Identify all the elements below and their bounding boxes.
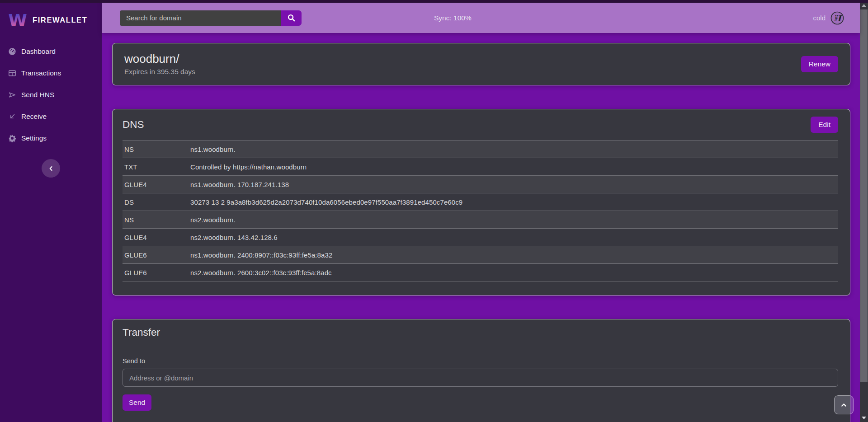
domain-search (120, 10, 302, 26)
topbar: Sync: 100% cold H (102, 0, 860, 33)
domain-expiry: Expires in 395.35 days (124, 68, 195, 76)
wallet-name: cold (813, 14, 826, 22)
sidebar-collapse-button[interactable] (42, 159, 60, 178)
dns-record-value: ns2.woodburn. 2600:3c02::f03c:93ff:fe5a:… (189, 264, 838, 281)
chevron-left-icon (47, 165, 55, 172)
dns-record-row: TXTControlled by https://nathan.woodburn (123, 158, 838, 176)
dns-record-type: NS (123, 211, 189, 229)
sidebar-item-send-hns[interactable]: Send HNS (0, 84, 102, 106)
app-title: FIREWALLET (33, 16, 87, 24)
main-area: Sync: 100% cold H woodburn/ Expires in 3… (102, 0, 860, 422)
dns-record-value: 30273 13 2 9a3a8fb3d625d2a2073d740f10da6… (189, 193, 838, 211)
app-logo[interactable]: W FIREWALLET (0, 5, 102, 33)
handshake-logo-icon: H (830, 11, 844, 25)
dns-record-value: ns1.woodburn. (189, 141, 838, 158)
dns-record-row: GLUE6ns2.woodburn. 2600:3c02::f03c:93ff:… (123, 264, 838, 281)
scroll-to-top-button[interactable] (834, 395, 854, 414)
dns-card-header: DNS Edit (123, 117, 838, 133)
page-content: woodburn/ Expires in 395.35 days Renew D… (102, 33, 860, 422)
settings-icon (8, 134, 16, 142)
sidebar-item-receive[interactable]: Receive (0, 106, 102, 127)
search-input[interactable] (120, 10, 281, 26)
chevron-up-icon (840, 401, 848, 409)
dns-record-type: GLUE6 (123, 246, 189, 264)
firewallet-logo-icon: W (8, 9, 27, 31)
dns-record-type: GLUE4 (123, 176, 189, 193)
dns-record-value: ns1.woodburn. 170.187.241.138 (189, 176, 838, 193)
dns-table-body: NSns1.woodburn.TXTControlled by https://… (123, 141, 838, 281)
send-icon (8, 91, 16, 99)
sidebar: W FIREWALLET Dashboard (0, 0, 102, 422)
dns-record-type: DS (123, 193, 189, 211)
dns-card: DNS Edit NSns1.woodburn.TXTControlled by… (112, 109, 850, 295)
send-to-label: Send to (123, 357, 838, 365)
sidebar-item-label: Receive (21, 113, 47, 121)
dns-record-value: ns2.woodburn. (189, 211, 838, 229)
domain-card-text: woodburn/ Expires in 395.35 days (124, 52, 195, 76)
scrollbar-up-button[interactable] (860, 2, 868, 9)
scrollbar-thumb[interactable] (860, 9, 868, 382)
dns-record-type: GLUE4 (123, 229, 189, 246)
receive-icon (8, 113, 16, 121)
window-top-edge (0, 0, 868, 3)
dns-record-row: GLUE4ns2.woodburn. 143.42.128.6 (123, 229, 838, 246)
triangle-down-icon (862, 417, 866, 419)
dns-records-table: NSns1.woodburn.TXTControlled by https://… (123, 140, 838, 281)
transfer-title: Transfer (123, 327, 838, 338)
dns-record-row: DS30273 13 2 9a3a8fb3d625d2a2073d740f10d… (123, 193, 838, 211)
dns-record-value: Controlled by https://nathan.woodburn (189, 158, 838, 176)
dns-record-value: ns1.woodburn. 2400:8907::f03c:93ff:fe5a:… (189, 246, 838, 264)
sidebar-item-label: Dashboard (21, 47, 56, 56)
dns-record-type: TXT (123, 158, 189, 176)
dns-record-row: GLUE6ns1.woodburn. 2400:8907::f03c:93ff:… (123, 246, 838, 264)
domain-title: woodburn/ (124, 52, 195, 66)
send-transfer-button[interactable]: Send (123, 394, 151, 411)
app-window: W FIREWALLET Dashboard (0, 0, 868, 422)
domain-card: woodburn/ Expires in 395.35 days Renew (112, 43, 850, 85)
transfer-address-input[interactable] (123, 369, 838, 387)
sidebar-item-label: Send HNS (21, 91, 54, 99)
sync-status: Sync: 100% (434, 0, 472, 33)
search-icon (287, 14, 296, 22)
search-button[interactable] (281, 10, 302, 26)
dns-record-type: GLUE6 (123, 264, 189, 281)
wallet-selector[interactable]: cold H (813, 0, 844, 33)
dns-record-row: NSns2.woodburn. (123, 211, 838, 229)
dns-record-value: ns2.woodburn. 143.42.128.6 (189, 229, 838, 246)
scrollbar-down-button[interactable] (860, 414, 868, 422)
page-scrollbar[interactable] (860, 0, 868, 422)
transactions-icon (8, 69, 16, 77)
transfer-card: Transfer Send to Send (112, 319, 850, 422)
sidebar-nav: Dashboard Transactions S (0, 41, 102, 149)
dns-record-row: NSns1.woodburn. (123, 141, 838, 158)
sidebar-item-dashboard[interactable]: Dashboard (0, 41, 102, 62)
sidebar-item-transactions[interactable]: Transactions (0, 62, 102, 84)
dns-record-row: GLUE4ns1.woodburn. 170.187.241.138 (123, 176, 838, 193)
dns-title: DNS (123, 119, 144, 131)
sidebar-item-label: Transactions (21, 69, 61, 77)
triangle-up-icon (862, 4, 866, 7)
sidebar-item-settings[interactable]: Settings (0, 127, 102, 149)
dashboard-icon (8, 47, 16, 56)
edit-dns-button[interactable]: Edit (811, 117, 838, 133)
renew-button[interactable]: Renew (801, 56, 838, 72)
svg-text:W: W (8, 10, 27, 30)
dns-record-type: NS (123, 141, 189, 158)
sidebar-item-label: Settings (21, 134, 47, 142)
svg-text:H: H (833, 13, 842, 23)
